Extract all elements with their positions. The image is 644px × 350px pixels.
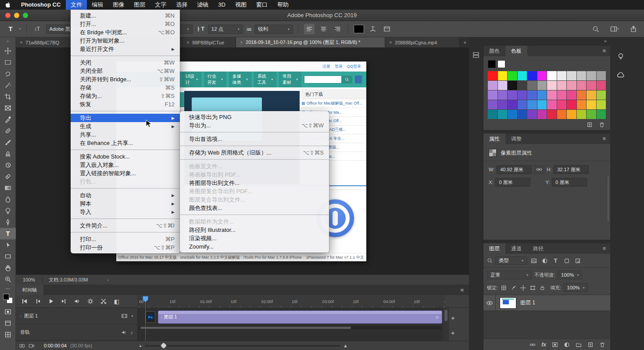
new-group-folder-icon[interactable]	[576, 342, 582, 348]
timeline-settings-gear-icon[interactable]	[86, 297, 95, 306]
color-swatch[interactable]	[557, 90, 567, 100]
menu-item[interactable]: 在 Behance 上共享...	[71, 139, 180, 147]
cloud-sync-icon[interactable]	[612, 68, 630, 83]
audio-track-header[interactable]: 音轨 ♪	[16, 325, 137, 340]
panel-menu-icon[interactable]: ≡	[598, 243, 610, 254]
move-tool[interactable]	[0, 45, 16, 57]
color-swatch[interactable]	[527, 81, 537, 90]
menu-item[interactable]: 文件简介... ⌥⇧⌘I	[71, 221, 180, 230]
layer-row[interactable]: 图层 1	[483, 295, 610, 311]
opacity-select[interactable]: 100%▾	[558, 271, 582, 279]
learn-lightbulb-icon[interactable]	[612, 49, 630, 64]
tab-layers[interactable]: 图层	[483, 243, 505, 254]
quick-mask-mode-button[interactable]	[0, 306, 16, 318]
color-swatch[interactable]	[527, 71, 537, 80]
menu-item[interactable]: 共享...	[71, 130, 180, 139]
menu-item[interactable]: 自动 ▶	[71, 191, 180, 199]
height-field[interactable]: 32.17 厘米	[554, 165, 589, 174]
menu-item[interactable]: 关闭全部 ⌥⌘W	[71, 67, 180, 75]
document-tab[interactable]: × 208888piCgna.mp4	[385, 37, 460, 47]
color-swatch[interactable]	[577, 110, 587, 119]
color-swatch[interactable]	[567, 90, 576, 100]
delete-swatch-trash-icon[interactable]	[599, 122, 605, 128]
panel-menu-icon[interactable]: ≡	[598, 134, 610, 144]
menu-item[interactable]: 打开... ⌘O	[71, 20, 180, 28]
menu-item[interactable]: 导出首选项...	[180, 135, 329, 143]
tab-color[interactable]: 颜色	[483, 46, 505, 56]
timeline-ruler[interactable]: 0015f01:00f15f02:00f15f03:00f15f04:00f15…	[138, 295, 445, 308]
history-brush-tool[interactable]	[0, 159, 16, 171]
zoom-out-thumbnails-icon[interactable]: ▲	[139, 344, 142, 348]
color-swatch[interactable]	[508, 71, 517, 80]
lock-artboard-icon[interactable]	[529, 284, 537, 292]
brush-tool[interactable]	[0, 137, 16, 148]
split-clip-scissors-icon[interactable]	[99, 297, 108, 306]
color-swatch[interactable]	[547, 110, 557, 119]
clip-end-handle[interactable]: ▷	[436, 315, 439, 319]
text-orientation-toggle[interactable]: ↕T	[32, 24, 43, 34]
menu-item[interactable]	[71, 149, 180, 150]
dodge-tool[interactable]	[0, 205, 16, 216]
color-swatch[interactable]	[577, 81, 587, 90]
collapsed-panel-icon[interactable]	[471, 50, 481, 60]
color-swatch[interactable]	[488, 81, 497, 90]
menubar-item[interactable]: 3D	[213, 0, 230, 10]
zoom-level[interactable]: 100%	[16, 277, 42, 282]
frame-animation-icon[interactable]	[19, 343, 25, 349]
lock-transparent-pixels-icon[interactable]	[500, 284, 508, 292]
color-swatch[interactable]	[498, 71, 508, 80]
color-swatch[interactable]	[557, 71, 567, 80]
zoom-window-button[interactable]	[23, 13, 28, 18]
menu-item[interactable]: 在 Bridge 中浏览... ⌥⌘O	[71, 28, 180, 36]
color-swatch[interactable]	[518, 110, 527, 119]
menubar-item[interactable]: 文件	[66, 0, 87, 10]
color-swatch[interactable]	[498, 110, 508, 119]
lasso-tool[interactable]	[0, 68, 16, 79]
menu-item[interactable]: 脚本 ▶	[71, 199, 180, 208]
lock-image-pixels-icon[interactable]	[510, 284, 517, 292]
document-tab[interactable]: × 98P888piCTue	[182, 37, 236, 47]
add-audio-button[interactable]: +	[451, 329, 455, 336]
edit-toolbar-icon[interactable]: ⋯	[0, 285, 16, 292]
menubar-item[interactable]: 滤镜	[192, 0, 213, 10]
color-swatch[interactable]	[577, 90, 587, 100]
menu-item[interactable]: 数据组作为文件...	[180, 217, 329, 226]
menubar-item[interactable]: 视图	[230, 0, 251, 10]
layer-name[interactable]: 图层 1	[520, 299, 535, 307]
color-swatch[interactable]	[567, 71, 576, 80]
menu-item[interactable]: 图层复合导出到文件...	[180, 195, 329, 204]
menu-item[interactable]	[71, 232, 180, 233]
tool-preset-icon[interactable]: T	[5, 24, 16, 34]
menubar-item[interactable]: 图像	[108, 0, 129, 10]
close-tab-icon[interactable]: ×	[20, 40, 23, 46]
close-tab-icon[interactable]: ×	[240, 40, 243, 46]
frame-tool[interactable]	[0, 102, 16, 114]
new-adjustment-layer-icon[interactable]	[564, 342, 570, 348]
color-swatch[interactable]	[508, 81, 517, 90]
video-clip[interactable]: › 图层 1 ▷	[158, 310, 442, 324]
warp-text-button[interactable]	[368, 24, 378, 34]
chevron-right-icon[interactable]: ›	[94, 277, 122, 282]
color-swatch[interactable]	[547, 100, 557, 109]
color-swatch[interactable]	[557, 110, 567, 119]
tab-swatches[interactable]: 色板	[505, 46, 527, 56]
color-swatch[interactable]	[508, 100, 517, 109]
menu-item[interactable]: 打包...	[71, 177, 180, 186]
menubar-item[interactable]: 选择	[171, 0, 192, 10]
menu-item[interactable]	[71, 55, 180, 56]
menu-item[interactable]: 恢复 F12	[71, 100, 180, 108]
zoom-in-thumbnails-icon[interactable]: ▲	[343, 343, 348, 348]
menu-item[interactable]: 路径到 Illustrator...	[180, 226, 329, 234]
link-dimensions-icon[interactable]	[534, 165, 544, 174]
apple-logo-icon[interactable]	[0, 2, 16, 8]
rectangle-shape-tool[interactable]	[0, 251, 16, 262]
menu-item[interactable]: 将画板导出到 PDF...	[180, 170, 329, 179]
color-swatch[interactable]	[518, 90, 527, 100]
timeline-lanes[interactable]: Ps › 图层 1 ▷	[138, 308, 443, 341]
document-tab[interactable]: × 2018-09-18_10-07-16.png @ 100% (图层 1, …	[236, 37, 385, 47]
filter-pixel-layers-icon[interactable]	[530, 256, 538, 265]
color-swatch[interactable]	[508, 90, 517, 100]
anti-alias-select[interactable]: 锐利▾	[254, 25, 293, 34]
workspace-switcher[interactable]: ▾	[607, 24, 622, 34]
gradient-tool[interactable]	[0, 182, 16, 194]
